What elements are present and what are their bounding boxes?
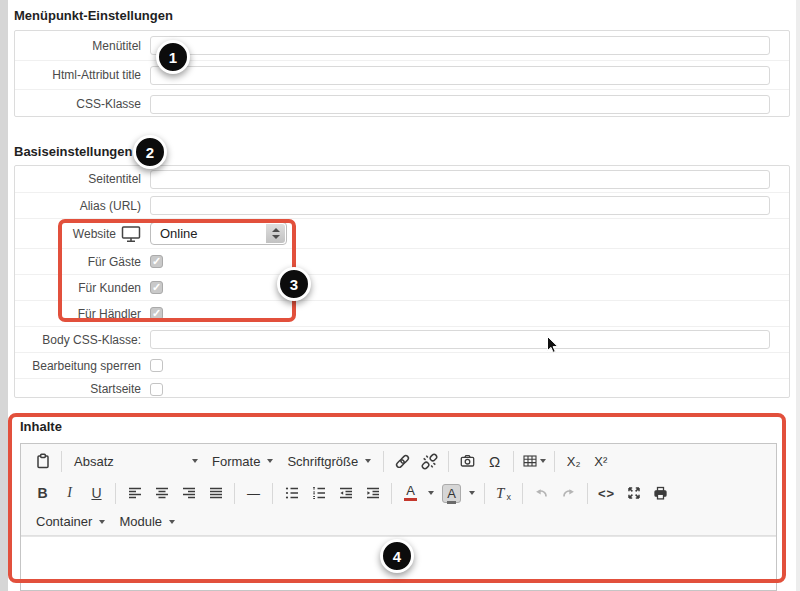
align-right-icon — [181, 485, 197, 501]
toolbar-divider — [391, 483, 392, 504]
outdent-icon — [338, 485, 354, 501]
fontsize-label: Schriftgröße — [287, 454, 358, 469]
background-color-button[interactable]: A — [438, 481, 465, 505]
fuer-haendler-checkbox[interactable] — [150, 307, 163, 320]
startseite-checkbox[interactable] — [150, 383, 163, 396]
css-klasse-label: CSS-Klasse — [15, 97, 150, 111]
formats-dropdown[interactable]: Formate — [205, 449, 280, 473]
form-row-seitentitel: Seitentitel — [15, 166, 789, 192]
step-badge-3: 3 — [277, 267, 311, 301]
toolbar-divider — [234, 483, 235, 504]
align-center-icon — [154, 485, 170, 501]
fuer-gaeste-label: Für Gäste — [15, 255, 150, 269]
editor-toolbar-row-1: Absatz Formate Schriftgröße — [21, 444, 776, 478]
chevron-down-icon — [540, 459, 546, 463]
website-select-value: Online — [160, 226, 198, 241]
alias-input[interactable] — [150, 196, 770, 215]
decrease-indent-button[interactable] — [332, 481, 359, 505]
step-badge-4: 4 — [380, 539, 414, 573]
fuer-kunden-label: Für Kunden — [15, 281, 150, 295]
website-select[interactable]: Online — [150, 222, 287, 245]
insert-link-button[interactable] — [389, 449, 416, 473]
chevron-down-icon — [267, 459, 273, 463]
toolbar-divider — [554, 451, 555, 472]
base-settings-box: Seitentitel Alias (URL) Website Online — [14, 165, 790, 398]
source-code-button[interactable]: <> — [593, 481, 620, 505]
align-left-button[interactable] — [121, 481, 148, 505]
toolbar-divider — [61, 451, 62, 472]
chevron-down-icon — [169, 520, 175, 524]
insert-image-button[interactable] — [454, 449, 481, 473]
table-button[interactable] — [519, 449, 549, 473]
toolbar-divider — [484, 483, 485, 504]
background-color-label: A — [447, 486, 456, 504]
body-css-label: Body CSS-Klasse: — [15, 333, 150, 347]
css-klasse-input[interactable] — [150, 95, 770, 114]
module-dropdown[interactable]: Module — [112, 510, 182, 534]
container-label: Container — [36, 514, 92, 529]
editor-toolbar-row-3: Container Module — [21, 508, 776, 536]
bearbeitung-sperren-checkbox[interactable] — [150, 359, 163, 372]
page-left-edge — [0, 0, 8, 591]
html-attribut-input[interactable] — [150, 66, 770, 85]
html-attribut-label: Html-Attribut title — [15, 68, 150, 82]
alias-label: Alias (URL) — [15, 199, 150, 213]
text-color-dropdown[interactable] — [424, 481, 438, 505]
startseite-label: Startseite — [15, 382, 150, 396]
print-button[interactable] — [647, 481, 674, 505]
text-color-button[interactable]: A — [397, 481, 424, 505]
background-color-box: A — [442, 484, 461, 503]
bullet-list-icon — [284, 485, 300, 501]
unlink-icon — [421, 453, 438, 470]
clear-formatting-button[interactable]: T x — [490, 481, 517, 505]
body-css-input[interactable] — [150, 330, 770, 349]
bold-button[interactable]: B — [29, 481, 56, 505]
menuetitel-input[interactable] — [150, 36, 770, 55]
undo-button[interactable] — [528, 481, 555, 505]
form-row-html-attribut: Html-Attribut title — [15, 60, 789, 89]
align-justify-button[interactable] — [202, 481, 229, 505]
form-row-fuer-gaeste: Für Gäste — [15, 248, 789, 274]
toolbar-divider — [448, 451, 449, 472]
editor-toolbar-row-2: B I U — — [21, 478, 776, 508]
bullet-list-button[interactable] — [278, 481, 305, 505]
up-down-chevron-icon — [266, 224, 285, 243]
superscript-button[interactable]: X² — [587, 449, 614, 473]
container-dropdown[interactable]: Container — [29, 510, 112, 534]
fuer-gaeste-checkbox[interactable] — [150, 255, 163, 268]
paste-button[interactable] — [29, 449, 56, 473]
italic-button[interactable]: I — [56, 481, 83, 505]
form-row-fuer-kunden: Für Kunden — [15, 274, 789, 300]
bearbeitung-sperren-label: Bearbeitung sperren — [15, 359, 150, 373]
section-title-basiseinstellungen: Basiseinstellungen — [14, 144, 132, 159]
form-row-fuer-haendler: Für Händler — [15, 300, 789, 326]
website-label-group: Website — [15, 225, 150, 243]
seitentitel-input[interactable] — [150, 170, 770, 189]
align-center-button[interactable] — [148, 481, 175, 505]
fuer-kunden-checkbox[interactable] — [150, 281, 163, 294]
link-icon — [394, 453, 411, 470]
menu-settings-box: Menütitel Html-Attribut title CSS-Klasse — [14, 30, 790, 117]
underline-button[interactable]: U — [83, 481, 110, 505]
remove-link-button[interactable] — [416, 449, 443, 473]
align-right-button[interactable] — [175, 481, 202, 505]
fontsize-dropdown[interactable]: Schriftgröße — [280, 449, 378, 473]
indent-icon — [365, 485, 381, 501]
redo-button[interactable] — [555, 481, 582, 505]
step-badge-1: 1 — [156, 40, 190, 74]
fullscreen-button[interactable] — [620, 481, 647, 505]
menuetitel-label: Menütitel — [15, 39, 150, 53]
increase-indent-button[interactable] — [359, 481, 386, 505]
background-color-dropdown[interactable] — [465, 481, 479, 505]
seitentitel-label: Seitentitel — [15, 172, 150, 186]
numbered-list-button[interactable] — [305, 481, 332, 505]
subscript-button[interactable]: X₂ — [560, 449, 587, 473]
paragraph-format-dropdown[interactable]: Absatz — [67, 449, 205, 473]
page-right-edge — [796, 0, 800, 591]
chevron-down-icon — [99, 520, 105, 524]
special-character-button[interactable]: Ω — [481, 449, 508, 473]
toolbar-divider — [513, 451, 514, 472]
chevron-down-icon — [365, 459, 371, 463]
horizontal-rule-button[interactable]: — — [240, 481, 267, 505]
toolbar-divider — [272, 483, 273, 504]
